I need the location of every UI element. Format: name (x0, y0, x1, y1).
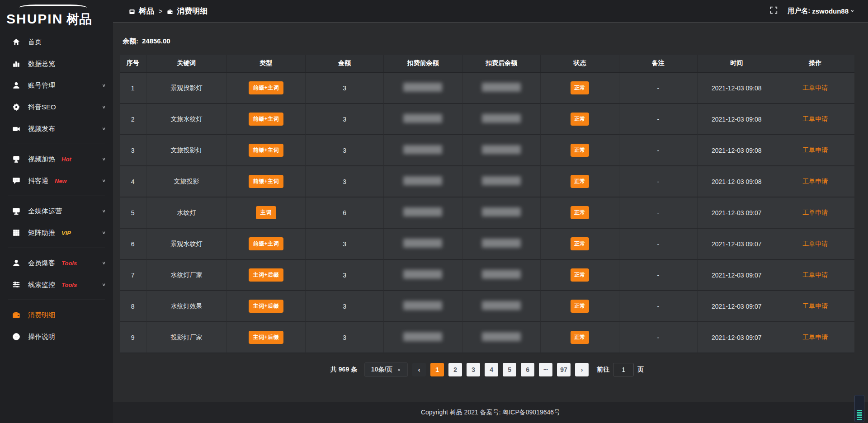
sidebar: SHUPIN 树品 首页数据总览账号管理∨抖音SEO∨视频发布∨视频加热Hot∨… (0, 0, 113, 423)
cell-amount: 3 (306, 322, 384, 353)
cell-amount: 3 (306, 260, 384, 291)
sidebar-item-线索监控[interactable]: 线索监控Tools∨ (0, 274, 113, 295)
home-icon (12, 38, 21, 47)
work-order-link[interactable]: 工单申请 (802, 178, 828, 185)
cell-time: 2021-12-03 09:08 (698, 73, 776, 104)
work-order-link[interactable]: 工单申请 (802, 334, 828, 341)
sidebar-item-视频发布[interactable]: 视频发布∨ (0, 118, 113, 139)
table-row: 4文旅投影前缀+主词3正常-2021-12-03 09:08工单申请 (120, 166, 854, 197)
cell-keyword: 水纹灯 (146, 197, 227, 229)
cell-pre_balance (384, 104, 462, 135)
sidebar-item-操作说明[interactable]: ?操作说明 (0, 326, 113, 347)
user-icon (12, 81, 21, 90)
sidebar-item-会员爆客[interactable]: 会员爆客Tools∨ (0, 253, 113, 273)
status-badge: 正常 (571, 144, 589, 157)
topbar: 树品>消费明细 用户名: zswodun88 ∨ (113, 0, 868, 23)
sidebar-item-矩阵助推[interactable]: 矩阵助推VIP∨ (0, 222, 113, 243)
cell-no: 3 (120, 135, 146, 166)
work-order-link[interactable]: 工单申请 (802, 302, 828, 310)
cell-amount: 3 (306, 104, 384, 135)
cell-keyword: 水纹灯厂家 (146, 260, 227, 291)
jump-page-input[interactable] (613, 363, 634, 376)
sidebar-item-tag: New (55, 178, 67, 184)
column-header-关键词: 关键词 (146, 55, 227, 73)
chevron-down-icon: ∨ (102, 126, 106, 131)
cell-time: 2021-12-03 09:08 (698, 104, 776, 135)
consumption-table: 序号关键词类型金额扣费前余额扣费后余额状态备注时间操作 1景观投影灯前缀+主词3… (120, 55, 854, 353)
page-button-6[interactable]: 6 (521, 363, 534, 376)
sidebar-item-全媒体运营[interactable]: 全媒体运营∨ (0, 201, 113, 221)
redacted-balance (482, 207, 521, 216)
work-order-link[interactable]: 工单申请 (802, 271, 828, 278)
work-order-link[interactable]: 工单申请 (802, 84, 828, 91)
cell-time: 2021-12-03 09:08 (698, 166, 776, 197)
cell-type: 主词+后缀 (227, 322, 305, 353)
table-row: 3文旅投影灯前缀+主词3正常-2021-12-03 09:08工单申请 (120, 135, 854, 166)
cell-no: 6 (120, 229, 146, 260)
cell-type: 前缀+主词 (227, 166, 305, 197)
next-page-button[interactable]: › (575, 363, 589, 376)
sidebar-item-label: 抖客通 (28, 177, 48, 185)
redacted-balance (482, 301, 521, 310)
page-jump: 前往 页 (597, 363, 644, 376)
grid-icon (12, 228, 21, 237)
table-header-row: 序号关键词类型金额扣费前余额扣费后余额状态备注时间操作 (120, 55, 854, 73)
logo-arc-decoration (19, 5, 87, 11)
cell-amount: 3 (306, 229, 384, 260)
page-button-3[interactable]: 3 (467, 363, 480, 376)
cell-no: 9 (120, 322, 146, 353)
sidebar-item-视频加热[interactable]: 视频加热Hot∨ (0, 149, 113, 169)
main-column: 树品>消费明细 用户名: zswodun88 ∨ 余额:24856.00 序号关… (113, 0, 868, 423)
cell-pre_balance (384, 197, 462, 229)
breadcrumb-item[interactable]: 消费明细 (177, 6, 208, 16)
cell-action: 工单申请 (776, 73, 854, 104)
cell-no: 1 (120, 73, 146, 104)
page-button-1[interactable]: 1 (430, 363, 444, 376)
cell-action: 工单申请 (776, 229, 854, 260)
more-pages-button[interactable]: ••• (539, 363, 552, 376)
user-menu[interactable]: 用户名: zswodun88 ∨ (788, 7, 854, 15)
table-row: 6景观水纹灯前缀+主词3正常-2021-12-03 09:07工单申请 (120, 229, 854, 260)
page-button-2[interactable]: 2 (448, 363, 462, 376)
content: 余额:24856.00 序号关键词类型金额扣费前余额扣费后余额状态备注时间操作 … (113, 23, 868, 402)
page-button-97[interactable]: 97 (557, 363, 571, 376)
sidebar-item-label: 全媒体运营 (28, 207, 62, 216)
fullscreen-icon[interactable] (770, 6, 778, 16)
cell-type: 主词+后缀 (227, 291, 305, 322)
cell-post_balance (462, 135, 541, 166)
work-order-link[interactable]: 工单申请 (802, 209, 828, 216)
corner-widget[interactable] (854, 395, 864, 422)
cell-no: 5 (120, 197, 146, 229)
work-order-link[interactable]: 工单申请 (802, 240, 828, 247)
cell-time: 2021-12-03 09:07 (698, 197, 776, 229)
cell-status: 正常 (541, 135, 619, 166)
cell-time: 2021-12-03 09:07 (698, 260, 776, 291)
page-button-4[interactable]: 4 (485, 363, 498, 376)
menu-divider (8, 248, 105, 248)
redacted-balance (482, 176, 521, 185)
page-button-5[interactable]: 5 (503, 363, 516, 376)
cell-status: 正常 (541, 229, 619, 260)
work-order-link[interactable]: 工单申请 (802, 146, 828, 154)
prev-page-button[interactable]: ‹ (412, 363, 426, 376)
cell-remark: - (619, 260, 698, 291)
table-row: 9投影灯厂家主词+后缀3正常-2021-12-03 09:07工单申请 (120, 322, 854, 353)
redacted-balance (482, 114, 521, 123)
sidebar-menu: 首页数据总览账号管理∨抖音SEO∨视频发布∨视频加热Hot∨抖客通New∨全媒体… (0, 29, 113, 423)
sidebar-item-抖客通[interactable]: 抖客通New∨ (0, 170, 113, 191)
work-order-link[interactable]: 工单申请 (802, 115, 828, 122)
page-buttons: 123456•••97 (430, 363, 571, 376)
type-badge: 前缀+主词 (249, 81, 284, 94)
sidebar-item-数据总览[interactable]: 数据总览 (0, 53, 113, 74)
cell-pre_balance (384, 322, 462, 353)
sidebar-item-首页[interactable]: 首页 (0, 32, 113, 52)
page-size-select[interactable]: 10条/页 ∨ (364, 362, 408, 377)
sidebar-item-账号管理[interactable]: 账号管理∨ (0, 75, 113, 96)
breadcrumb-item[interactable]: 树品 (139, 6, 154, 16)
copyright-text: Copyright 树品 2021 备案号: 粤ICP备09019646号 (421, 409, 560, 417)
cell-type: 主词 (227, 197, 305, 229)
sidebar-item-消费明细[interactable]: 消费明细 (0, 305, 113, 325)
redacted-balance (403, 114, 442, 123)
question-icon: ? (12, 332, 21, 341)
sidebar-item-抖音SEO[interactable]: 抖音SEO∨ (0, 97, 113, 118)
